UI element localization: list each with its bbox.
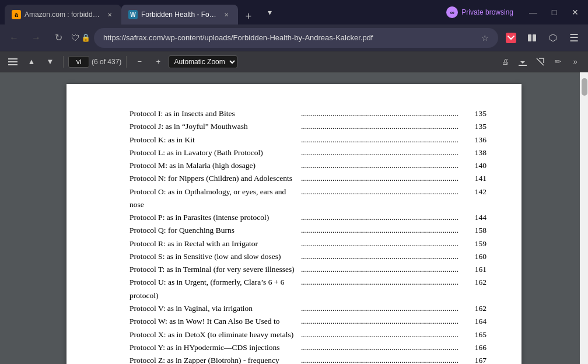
toc-page: 140 [473,159,487,172]
toc-page: 164 [473,315,487,328]
toc-entry-text: Protocol S: as in Sensitive (low and slo… [130,250,301,263]
tab-group: a Amazon.com : forbidden healt ✕ W Forbi… [5,0,257,24]
minimize-button[interactable]: — [525,4,541,20]
lock-icon: 🔒 [81,33,90,42]
back-button[interactable]: ← [5,29,23,47]
security-icons: 🛡 🔒 [71,33,90,43]
toc-page: 162 [473,276,487,302]
toc-entry: Protocol V: as in Vaginal, via irrigatio… [113,302,487,315]
scrollbar[interactable] [580,72,588,364]
toc-entry-text: Protocol M: as in Malaria (high dosage) [130,159,301,172]
bookmark-icon[interactable]: ☆ [481,33,489,43]
url-text: https://safrax.com/wp-content/uploads/Fo… [103,33,477,42]
toc-entry-text: Protocol T: as in Terminal (for very sev… [130,263,301,276]
pdf-more-button[interactable]: » [567,54,583,70]
pdf-page-up-button[interactable]: ▲ [23,54,40,70]
tab-amazon-label: Amazon.com : forbidden healt [24,10,102,19]
toc-entry-text: Protocol Z: as in Zapper (Biotrohn) - fr… [130,354,301,364]
pdf-right-buttons: 🖨 ✏ » [497,54,583,70]
toc-page: 159 [473,237,487,250]
maximize-button[interactable]: □ [546,4,562,20]
toc-page: 167 [473,354,487,364]
pdf-download-button[interactable] [514,54,531,70]
toc-page: 141 [473,172,487,185]
toc-entry-text: Protocol Q: for Quenching Burns [130,224,301,237]
tab-amazon-close[interactable]: ✕ [105,10,114,19]
toc-dots: ........................................… [301,302,473,315]
tab-overflow-button[interactable]: ▾ [261,4,278,20]
tab-pdf-label: Forbidden Health - Forbidden- [141,10,218,19]
pdf-sidebar-toggle[interactable] [5,54,21,70]
zoom-in-button[interactable]: + [150,54,166,70]
toc-entry-text: Protocol X: as in DetoX (to eliminate he… [130,328,301,341]
toc-dots: ........................................… [301,341,473,354]
amazon-favicon: a [12,10,21,19]
toc-entry-text: Protocol J: as in “Joyful” Mouthwash [130,120,301,133]
url-bar[interactable]: https://safrax.com/wp-content/uploads/Fo… [94,28,498,48]
pdf-toolbar: ▲ ▼ (6 of 437) − + Automatic Zoom 50% 75… [0,51,588,72]
tab-pdf-close[interactable]: ✕ [222,10,231,19]
title-bar: a Amazon.com : forbidden healt ✕ W Forbi… [0,0,588,24]
toc-page: 135 [473,120,487,133]
pdf-divider-1 [63,56,64,68]
toc-dots: ........................................… [301,120,473,133]
zoom-out-button[interactable]: − [131,54,148,70]
toc-dots: ........................................… [301,328,473,341]
toc-dots: ........................................… [301,250,473,263]
toc-dots: ........................................… [301,263,473,276]
pdf-print-button[interactable]: 🖨 [497,54,513,70]
toc-entry: Protocol T: as in Terminal (for very sev… [113,263,487,276]
zoom-select[interactable]: Automatic Zoom 50% 75% 100% 125% 150% 20… [169,55,237,68]
pocket-button[interactable] [502,29,520,47]
pdf-draw-button[interactable]: ✏ [550,54,566,70]
toc-entry-text: Protocol V: as in Vaginal, via irrigatio… [130,302,301,315]
toc-entry: Protocol I: as in Insects and Bites ....… [113,107,487,120]
reader-view-button[interactable] [523,29,541,47]
toc-dots: ........................................… [301,211,473,224]
tab-pdf[interactable]: W Forbidden Health - Forbidden- ✕ [121,5,238,24]
new-tab-button[interactable]: + [240,8,257,24]
toc-entry: Protocol O: as in Opthalmology, or eyes,… [113,186,487,212]
page-number-input[interactable] [68,56,89,68]
private-browsing-icon: ∞ [446,6,458,18]
toc-entry: Protocol W: as in Wow! It Can Also Be Us… [113,315,487,328]
toc-dots: ........................................… [301,237,473,250]
menu-button[interactable]: ☰ [565,29,583,47]
pdf-page-down-button[interactable]: ▼ [42,54,58,70]
scrollbar-thumb[interactable] [582,78,587,96]
toc-entry: Protocol X: as in DetoX (to eliminate he… [113,328,487,341]
toc-entry: Protocol L: as in Lavatory (Bath Protoco… [113,146,487,159]
toc-entry-text: Protocol U: as in Urgent, (formerly, Cla… [130,276,301,302]
firefox-sync-button[interactable]: ⬡ [544,29,562,47]
toc-page: 142 [473,186,487,212]
svg-rect-3 [8,58,18,60]
toc-page: 135 [473,107,487,120]
toc-dots: ........................................… [301,224,473,237]
toc-page: 144 [473,211,487,224]
page-total: (6 of 437) [92,58,121,66]
forward-button[interactable]: → [27,29,46,47]
toc-entry: Protocol Q: for Quenching Burns.........… [113,224,487,237]
close-button[interactable]: ✕ [567,4,583,20]
toc-entry-text: Protocol O: as in Opthalmology, or eyes,… [130,186,301,212]
toc-entry-text: Protocol I: as in Insects and Bites [130,107,301,120]
toc-page: 138 [473,146,487,159]
toc-entry: Protocol J: as in “Joyful” Mouthwash ...… [113,120,487,133]
wordpress-favicon: W [128,10,138,19]
toc-entry-text: Protocol W: as in Wow! It Can Also Be Us… [130,315,301,328]
pdf-container[interactable]: Protocol I: as in Insects and Bites ....… [0,72,588,364]
nav-right-icons: ⬡ ☰ [502,29,583,47]
toc-entry-text: Protocol Y: as in HYpodermic—CDS injecti… [130,341,301,354]
page-input-group: (6 of 437) [68,56,121,68]
pdf-divider-2 [126,56,127,68]
toc-entry-text: Protocol P: as in Parasites (intense pro… [130,211,301,224]
private-browsing-indicator: ∞ Private browsing [446,6,513,18]
toc-dots: ........................................… [301,186,473,212]
pdf-crop-button[interactable] [532,54,548,70]
toc-entry: Protocol R: as in Rectal with an Irrigat… [113,237,487,250]
refresh-button[interactable]: ↻ [49,29,68,47]
tab-amazon[interactable]: a Amazon.com : forbidden healt ✕ [5,5,121,24]
pdf-page: Protocol I: as in Insects and Bites ....… [66,84,522,364]
toc-dots: ........................................… [301,159,473,172]
toc-entry-text: Protocol N: for Nippers (Children) and A… [130,172,301,185]
